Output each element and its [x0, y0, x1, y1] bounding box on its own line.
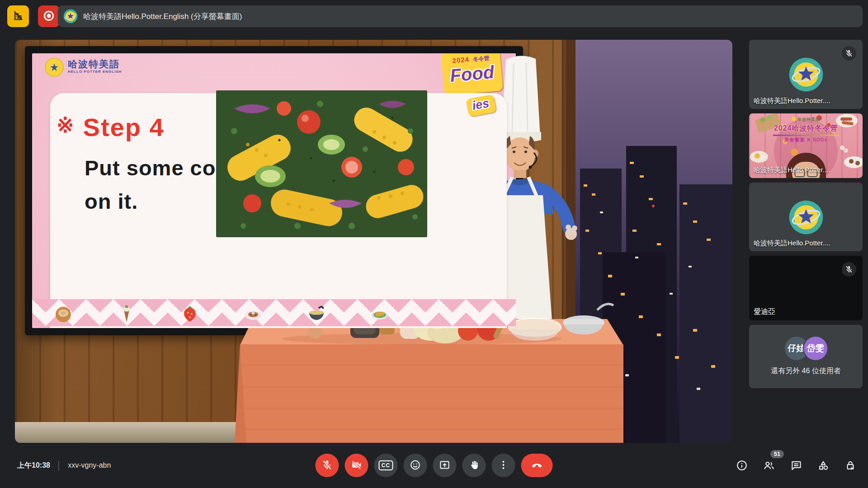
star-logo-icon: ★ — [45, 58, 64, 77]
end-call-icon — [531, 459, 543, 472]
participant-tile-2[interactable]: 哈波特美語 2024哈波特冬令營 美食饗宴 ✕ SDGs 哈波特美語Hello.… — [749, 113, 863, 178]
emoji-reaction-button[interactable] — [404, 454, 427, 477]
mic-off-indicator — [842, 46, 856, 61]
badge-word: Food — [449, 62, 495, 86]
slide-brand-subtitle: HELLO POTTER ENGLISH — [68, 70, 122, 74]
overflow-avatars: 仔妶 岱雯 — [785, 337, 827, 360]
end-call-button[interactable] — [521, 454, 553, 477]
slide-card: ※ Step 4 Put some corn on it. — [50, 93, 507, 328]
participants-panel: 哈波特美語Hello.Potter.... — [749, 40, 863, 446]
screen-capture-extension-button[interactable] — [7, 5, 29, 27]
chat-icon — [790, 460, 802, 471]
bottom-bar: 上午10:38 │ xxv-vgny-abn — [0, 443, 868, 488]
participant-tile-1[interactable]: 哈波特美語Hello.Potter.... — [749, 40, 863, 109]
present-screen-icon — [439, 459, 451, 472]
raise-hand-button[interactable] — [462, 454, 486, 477]
screen-capture-off-icon — [12, 9, 24, 23]
chat-panel-button[interactable] — [790, 460, 802, 471]
thumbnail-titles: 哈波特美語 2024哈波特冬令營 美食饗宴 ✕ SDGs — [749, 117, 863, 143]
more-options-icon — [498, 459, 509, 472]
thumbnail-underline — [773, 135, 839, 136]
top-bar: 哈波特美語Hello.Potter.English (分享螢幕畫面) — [0, 0, 868, 33]
more-options-button[interactable] — [492, 454, 515, 477]
record-icon — [42, 9, 55, 23]
participant-name: 哈波特美語Hello.Potter.... — [754, 97, 830, 105]
step-marker: ※ — [57, 115, 74, 136]
meet-app: 哈波特美語Hello.Potter.English (分享螢幕畫面) ★ 哈波特… — [0, 0, 868, 488]
corn-salad-photo — [216, 90, 427, 237]
city-window — [562, 40, 732, 443]
captions-icon: CC — [379, 460, 393, 470]
activities-icon — [817, 460, 829, 471]
veggie-dish-icon — [369, 303, 391, 324]
people-icon — [763, 460, 775, 471]
participant-tile-4[interactable]: 愛迪亞 — [749, 256, 863, 320]
call-controls: CC — [316, 454, 553, 477]
screen-share-label: 哈波特美語Hello.Potter.English (分享螢幕畫面) — [83, 11, 242, 22]
thumbnail-brand: 哈波特美語 — [749, 117, 863, 122]
meta-separator: │ — [57, 461, 61, 470]
ice-cream-cone-icon — [116, 303, 137, 324]
emoji-reaction-icon — [410, 459, 421, 472]
overflow-tile[interactable]: 仔妶 岱雯 還有另外 46 位使用者 — [749, 325, 863, 388]
soup-bowl-icon — [306, 303, 327, 324]
avatar: 岱雯 — [804, 337, 827, 360]
meeting-time: 上午10:38 — [17, 461, 50, 470]
meeting-meta: 上午10:38 │ xxv-vgny-abn — [17, 443, 111, 488]
thumbnail-title: 2024哈波特冬令營 — [749, 124, 863, 133]
strawberry-icon — [179, 303, 201, 324]
mic-off-icon — [321, 459, 333, 472]
people-panel-button[interactable]: 51 — [763, 460, 775, 471]
presenter-avatar — [63, 9, 78, 23]
captions-button[interactable]: CC — [374, 454, 398, 477]
participant-count-badge: 51 — [770, 450, 784, 458]
badge-year: 2024 — [452, 55, 470, 64]
mic-off-indicator — [842, 262, 856, 277]
raise-hand-icon — [468, 459, 480, 472]
host-controls-icon — [844, 460, 856, 471]
activities-panel-button[interactable] — [817, 460, 829, 471]
host-controls-button[interactable] — [844, 460, 856, 471]
dessert-plate-icon — [242, 303, 264, 324]
badge-label: 冬令營 — [473, 55, 490, 63]
meeting-details-button[interactable] — [736, 460, 748, 471]
meeting-code: xxv-vgny-abn — [68, 461, 111, 469]
panel-buttons: 51 — [736, 443, 856, 488]
camera-off-icon — [351, 459, 363, 472]
main-stage-video[interactable]: ★ 哈波特美語 HELLO POTTER ENGLISH 2024 冬令營 Fo… — [15, 40, 732, 443]
presentation-screen: ★ 哈波特美語 HELLO POTTER ENGLISH 2024 冬令營 Fo… — [25, 46, 523, 335]
star-dot-icon — [792, 117, 796, 121]
instruction-line-2: on it. — [85, 189, 138, 214]
info-icon — [736, 460, 748, 471]
present-screen-button[interactable] — [433, 454, 457, 477]
slide-brand-name: 哈波特美語 — [68, 59, 122, 69]
camera-toggle-button[interactable] — [345, 454, 368, 477]
participant-name: 哈波特美語Hello.Potter.... — [754, 166, 830, 174]
participant-name: 愛迪亞 — [754, 307, 775, 317]
food-event-badge: 2024 冬令營 Food — [441, 53, 503, 95]
slide-brand-logo: ★ 哈波特美語 HELLO POTTER ENGLISH — [45, 58, 122, 77]
participant-avatar — [788, 57, 824, 92]
mic-toggle-button[interactable] — [316, 454, 339, 477]
record-extension-button[interactable] — [38, 5, 60, 27]
thumbnail-subtitle: 美食饗宴 ✕ SDGs — [749, 137, 863, 143]
screen-share-banner: 哈波特美語Hello.Potter.English (分享螢幕畫面) — [58, 5, 863, 27]
slide-footer-strip — [32, 299, 516, 326]
step-title: Step 4 — [83, 115, 165, 140]
participant-name: 哈波特美語Hello.Potter.... — [754, 239, 830, 248]
participant-avatar — [788, 200, 824, 235]
slide: ★ 哈波特美語 HELLO POTTER ENGLISH 2024 冬令營 Fo… — [32, 53, 516, 328]
instruction-line-1: Put some corn — [85, 155, 238, 180]
overflow-count-label: 還有另外 46 位使用者 — [749, 366, 863, 376]
steamer-bun-icon — [52, 303, 74, 324]
participant-tile-3[interactable]: 哈波特美語Hello.Potter.... — [749, 183, 863, 251]
mixing-bowl — [563, 304, 613, 334]
studio-floor — [15, 422, 562, 443]
